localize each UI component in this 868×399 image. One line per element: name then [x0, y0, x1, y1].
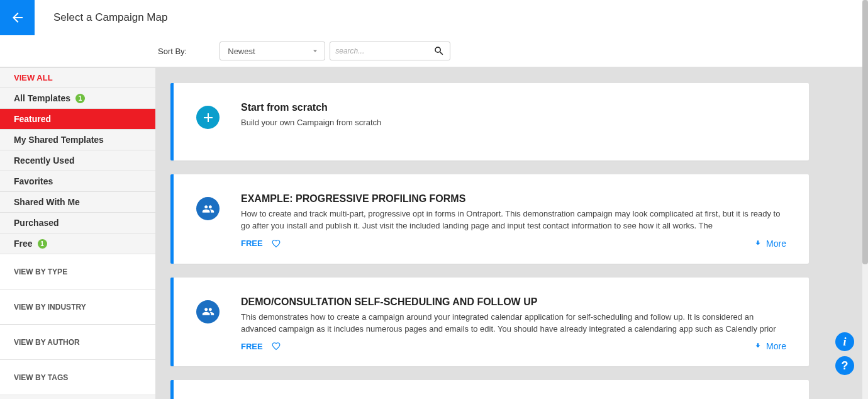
sidebar-item-label: Featured — [14, 114, 51, 124]
download-icon — [754, 239, 762, 248]
main-content: Start from scratch Build your own Campai… — [155, 68, 868, 399]
sidebar-item-label: Free — [14, 239, 33, 249]
card-title: DEMO/CONSULTATION SELF-SCHEDULING AND FO… — [241, 296, 786, 308]
card-desc: Build your own Campaign from scratch — [241, 117, 786, 129]
info-button[interactable]: i — [835, 332, 854, 351]
favorite-icon[interactable] — [272, 342, 281, 351]
sidebar-header-type[interactable]: VIEW BY TYPE — [0, 254, 155, 289]
card-desc: This demonstrates how to create a campai… — [241, 312, 786, 335]
page-title: Select a Campaign Map — [53, 11, 167, 24]
badge: 1 — [38, 239, 47, 249]
sidebar-item-favorites[interactable]: Favorites — [0, 171, 155, 192]
card-desc: How to create and track multi-part, prog… — [241, 208, 786, 232]
template-card[interactable]: DEMO/CONSULTATION SELF-SCHEDULING AND FO… — [170, 278, 809, 367]
sidebar-header-author[interactable]: VIEW BY AUTHOR — [0, 325, 155, 360]
template-card[interactable]: EBOOK OPT-IN AND DELIVERY — [170, 380, 809, 399]
free-badge: FREE — [241, 342, 263, 351]
sidebar-item-label: My Shared Templates — [14, 135, 104, 145]
free-badge: FREE — [241, 239, 263, 248]
sidebar-item-all-templates[interactable]: All Templates 1 — [0, 88, 155, 109]
back-button[interactable] — [0, 0, 35, 35]
sidebar-item-my-shared[interactable]: My Shared Templates — [0, 130, 155, 150]
chevron-down-icon — [311, 47, 320, 55]
sidebar-item-shared-with-me[interactable]: Shared With Me — [0, 192, 155, 213]
badge: 1 — [75, 94, 85, 103]
help-button[interactable]: ? — [835, 356, 854, 375]
template-card-scratch[interactable]: Start from scratch Build your own Campai… — [170, 83, 809, 160]
search-icon[interactable] — [433, 45, 445, 57]
plus-icon — [196, 106, 220, 129]
more-label: More — [766, 341, 786, 351]
sidebar-item-free[interactable]: Free 1 — [0, 233, 155, 254]
sidebar-item-label: Shared With Me — [14, 197, 80, 207]
sidebar-item-label: Favorites — [14, 176, 53, 186]
sort-select-value: Newest — [228, 47, 255, 56]
sidebar-header-industry[interactable]: VIEW BY INDUSTRY — [0, 289, 155, 325]
more-button[interactable]: More — [754, 341, 786, 351]
scrollbar-thumb[interactable] — [862, 0, 868, 264]
more-label: More — [766, 239, 786, 249]
sidebar-item-label: Purchased — [14, 218, 59, 228]
card-title: Start from scratch — [241, 102, 786, 113]
sidebar-item-label: All Templates — [14, 93, 70, 103]
favorite-icon[interactable] — [272, 239, 281, 248]
sort-select[interactable]: Newest — [220, 42, 325, 60]
search-wrap — [330, 42, 450, 60]
download-icon — [754, 342, 762, 351]
sort-by-label: Sort By: — [158, 47, 187, 56]
sidebar-item-purchased[interactable]: Purchased — [0, 213, 155, 233]
sidebar-section-view-all: VIEW ALL — [0, 68, 155, 88]
sidebar-item-featured[interactable]: Featured — [0, 109, 155, 130]
card-title: EXAMPLE: PROGRESSIVE PROFILING FORMS — [241, 193, 786, 205]
more-button[interactable]: More — [754, 239, 786, 249]
search-input[interactable] — [335, 47, 433, 55]
people-icon — [196, 300, 220, 323]
people-icon — [196, 197, 220, 220]
sidebar-item-recently-used[interactable]: Recently Used — [0, 150, 155, 171]
sidebar-item-label: Recently Used — [14, 155, 74, 166]
sidebar: VIEW ALL All Templates 1 Featured My Sha… — [0, 68, 155, 399]
sidebar-header-tags[interactable]: VIEW BY TAGS — [0, 360, 155, 395]
template-card[interactable]: EXAMPLE: PROGRESSIVE PROFILING FORMS How… — [170, 174, 809, 264]
